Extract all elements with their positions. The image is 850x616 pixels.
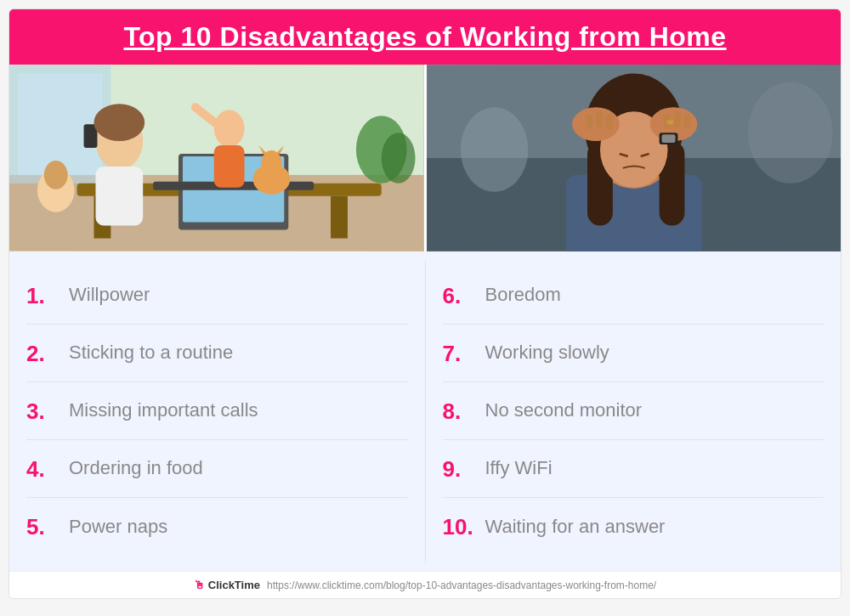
list-num-3: 3. [26,400,69,422]
svg-point-24 [382,133,416,184]
list-num-2: 2. [26,342,69,365]
images-row [9,65,841,251]
list-text-1: Willpower [69,284,150,306]
list-num-9: 9. [443,458,485,480]
list-item-1: 1. Willpower [26,267,408,325]
list-item-6: 6. Boredom [443,267,824,325]
list-text-5: Power naps [69,516,167,538]
footer-url: https://www.clicktime.com/blog/top-10-ad… [267,579,656,591]
image-left [9,65,427,251]
svg-point-27 [460,107,528,191]
list-num-5: 5. [26,516,69,538]
list-text-6: Boredom [485,284,561,306]
svg-point-18 [261,150,281,174]
svg-point-13 [94,104,144,141]
svg-rect-11 [95,167,143,226]
list-item-5: 5. Power naps [26,498,408,556]
svg-rect-48 [666,120,673,124]
list-item-3: 3. Missing important calls [26,382,408,440]
svg-rect-38 [586,114,592,129]
brand-name: ClickTime [208,579,260,591]
list-text-2: Sticking to a routine [69,342,233,364]
main-card: Top 10 Disadvantages of Working from Hom… [8,8,842,599]
svg-point-22 [44,161,68,189]
list-item-9: 9. Iffy WiFi [443,440,824,498]
list-num-8: 8. [443,400,485,422]
svg-rect-39 [595,110,602,127]
list-item-8: 8. No second monitor [443,382,824,440]
list-num-4: 4. [26,458,69,480]
image-right [427,65,842,251]
list-item-7: 7. Working slowly [443,325,824,382]
svg-rect-43 [683,114,690,129]
svg-rect-42 [673,110,680,127]
footer-brand: 🖱 ClickTime [194,579,260,591]
list-column-right: 6. Boredom 7. Working slowly 8. No secon… [426,260,842,562]
list-num-10: 10. [443,516,485,538]
footer: 🖱 ClickTime https://www.clicktime.com/bl… [9,571,841,598]
click-icon: 🖱 [194,579,205,591]
list-item-2: 2. Sticking to a routine [26,325,408,382]
list-text-3: Missing important calls [69,399,258,421]
list-text-10: Waiting for an answer [485,516,666,538]
list-text-8: No second monitor [485,399,643,421]
list-section: 1. Willpower 2. Sticking to a routine 3.… [9,251,841,571]
list-item-4: 4. Ordering in food [26,440,408,498]
header-banner: Top 10 Disadvantages of Working from Hom… [9,9,841,65]
list-text-4: Ordering in food [69,457,203,479]
list-text-7: Working slowly [485,342,609,364]
list-item-10: 10. Waiting for an answer [443,498,824,556]
svg-rect-45 [661,134,675,143]
list-text-9: Iffy WiFi [485,457,552,479]
svg-point-28 [748,82,832,183]
list-column-left: 1. Willpower 2. Sticking to a routine 3.… [9,260,426,562]
page-title: Top 10 Disadvantages of Working from Hom… [26,21,824,53]
list-num-6: 6. [443,285,485,307]
list-num-1: 1. [26,285,69,307]
svg-rect-15 [214,145,245,188]
svg-rect-40 [605,114,612,129]
svg-rect-6 [331,196,348,239]
list-num-7: 7. [443,342,485,365]
